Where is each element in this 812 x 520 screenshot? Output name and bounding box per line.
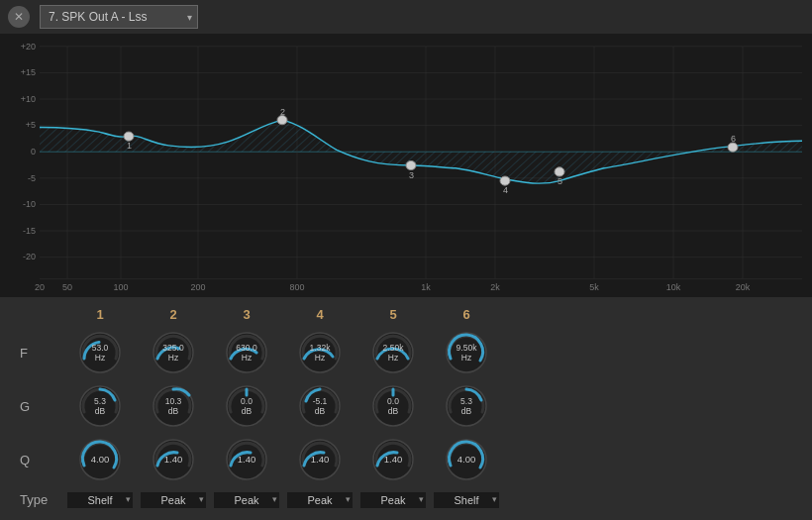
svg-text:1: 1: [127, 142, 132, 152]
svg-text:2.50k: 2.50k: [383, 343, 405, 353]
f-knob-6[interactable]: 9.50k Hz: [442, 328, 491, 377]
eq-node-1[interactable]: [124, 132, 134, 141]
svg-text:dB: dB: [388, 406, 399, 416]
svg-text:5k: 5k: [589, 282, 599, 292]
svg-text:800: 800: [290, 282, 305, 292]
type-select-6[interactable]: Shelf Peak HPF LPF: [434, 492, 499, 508]
type-select-wrapper-5[interactable]: Peak Shelf HPF LPF: [360, 490, 426, 508]
band-header-6: 6: [430, 307, 503, 322]
q-knob-cell-5: 1.40: [356, 435, 430, 484]
f-knob-2[interactable]: 325.0 Hz: [149, 328, 198, 377]
eq-graph-svg[interactable]: +20 +15 +10 +5 0 -5 -10 -15 -20 20 50 10…: [0, 34, 812, 297]
close-button[interactable]: ✕: [8, 6, 30, 28]
type-cell-5: Peak Shelf HPF LPF: [356, 490, 430, 508]
q-knob-4[interactable]: 1.40: [295, 435, 345, 484]
type-select-5[interactable]: Peak Shelf HPF LPF: [360, 492, 426, 508]
preset-dropdown-wrapper[interactable]: 7. SPK Out A - Lss ▾: [40, 5, 198, 29]
svg-text:-15: -15: [23, 226, 36, 236]
g-knob-cell-6: 5.3 dB: [430, 381, 503, 431]
q-knob-5[interactable]: 1.40: [368, 435, 418, 484]
svg-text:Hz: Hz: [315, 353, 325, 363]
svg-text:630.0: 630.0: [236, 343, 257, 353]
svg-text:-5.1: -5.1: [313, 396, 328, 406]
svg-text:2: 2: [280, 107, 285, 117]
svg-text:5: 5: [558, 177, 562, 187]
type-select-wrapper-6[interactable]: Shelf Peak HPF LPF: [434, 490, 499, 508]
svg-text:Hz: Hz: [461, 353, 471, 363]
type-select-wrapper-3[interactable]: Peak Shelf HPF LPF: [214, 490, 279, 508]
svg-text:1k: 1k: [421, 282, 431, 292]
q-knob-cell-1: 4.00: [63, 435, 137, 484]
svg-text:10.3: 10.3: [165, 396, 182, 406]
g-knob-cell-3: 0.0 dB: [210, 381, 283, 431]
svg-text:-10: -10: [23, 200, 36, 210]
type-cell-3: Peak Shelf HPF LPF: [210, 490, 283, 508]
q-knob-cell-3: 1.40: [210, 435, 283, 484]
svg-text:5.3: 5.3: [460, 396, 472, 406]
type-select-2[interactable]: Peak Shelf HPF LPF: [141, 492, 206, 508]
svg-text:+15: +15: [21, 68, 36, 78]
type-select-wrapper-4[interactable]: Peak Shelf HPF LPF: [287, 490, 353, 508]
f-knob-cell-3: 630.0 Hz: [210, 328, 283, 377]
band-header-3: 3: [210, 307, 283, 322]
f-knob-cell-4: 1.32k Hz: [283, 328, 356, 377]
q-knob-cell-2: 1.40: [137, 435, 210, 484]
eq-node-5[interactable]: [555, 167, 564, 176]
f-knob-4[interactable]: 1.32k Hz: [295, 328, 345, 377]
svg-text:+20: +20: [21, 42, 36, 52]
svg-text:50: 50: [62, 282, 72, 292]
svg-text:dB: dB: [95, 406, 106, 416]
eq-node-6[interactable]: [728, 143, 738, 152]
svg-text:Hz: Hz: [242, 353, 252, 363]
band-header-4: 4: [283, 307, 356, 322]
g-knob-6[interactable]: 5.3 dB: [442, 381, 491, 431]
svg-text:+10: +10: [21, 94, 36, 104]
type-select-1[interactable]: Shelf Peak HPF LPF: [67, 492, 133, 508]
type-select-4[interactable]: Peak Shelf HPF LPF: [287, 492, 353, 508]
q-label: Q: [16, 453, 63, 468]
controls-panel: 1 2 3 4 5 6 F 53.0 Hz: [0, 297, 812, 520]
svg-text:4: 4: [503, 186, 508, 196]
controls-rows: F 53.0 Hz: [16, 328, 796, 508]
svg-text:dB: dB: [461, 406, 472, 416]
eq-node-4[interactable]: [500, 176, 510, 185]
f-knob-5[interactable]: 2.50k Hz: [368, 328, 418, 377]
g-knob-5[interactable]: 0.0 dB: [368, 381, 418, 431]
q-knob-1[interactable]: 4.00: [75, 435, 125, 484]
svg-text:1.40: 1.40: [311, 454, 330, 465]
svg-text:5.3: 5.3: [94, 396, 106, 406]
type-select-wrapper-1[interactable]: Shelf Peak HPF LPF: [67, 490, 133, 508]
type-select-3[interactable]: Peak Shelf HPF LPF: [214, 492, 279, 508]
type-row: Type Shelf Peak HPF LPF Peak: [16, 490, 796, 508]
svg-text:0.0: 0.0: [387, 396, 399, 406]
g-knob-4[interactable]: -5.1 dB: [295, 381, 345, 431]
preset-dropdown[interactable]: 7. SPK Out A - Lss: [40, 5, 198, 29]
close-icon: ✕: [14, 10, 24, 24]
svg-text:6: 6: [731, 135, 736, 145]
eq-node-3[interactable]: [406, 160, 416, 169]
f-knob-1[interactable]: 53.0 Hz: [75, 328, 125, 377]
type-select-wrapper-2[interactable]: Peak Shelf HPF LPF: [141, 490, 206, 508]
g-label: G: [16, 399, 63, 414]
frequency-row: F 53.0 Hz: [16, 328, 796, 377]
title-bar: ✕ 7. SPK Out A - Lss ▾: [0, 0, 812, 34]
g-knob-3[interactable]: 0.0 dB: [222, 381, 271, 431]
q-row: Q 4.00: [16, 435, 796, 484]
q-knob-3[interactable]: 1.40: [222, 435, 271, 484]
q-knob-2[interactable]: 1.40: [149, 435, 198, 484]
type-cell-1: Shelf Peak HPF LPF: [63, 490, 137, 508]
eq-node-2[interactable]: [277, 116, 287, 125]
f-knob-3[interactable]: 630.0 Hz: [222, 328, 271, 377]
svg-text:1.40: 1.40: [384, 454, 403, 465]
type-cell-6: Shelf Peak HPF LPF: [430, 490, 503, 508]
g-knob-cell-2: 10.3 dB: [137, 381, 210, 431]
g-knob-1[interactable]: 5.3 dB: [75, 381, 125, 431]
q-knob-6[interactable]: 4.00: [442, 435, 491, 484]
g-knob-cell-1: 5.3 dB: [63, 381, 137, 431]
g-knob-2[interactable]: 10.3 dB: [149, 381, 198, 431]
svg-text:0: 0: [31, 147, 36, 156]
svg-text:Hz: Hz: [95, 353, 105, 363]
type-cell-4: Peak Shelf HPF LPF: [283, 490, 356, 508]
g-knob-cell-5: 0.0 dB: [356, 381, 430, 431]
band-headers: 1 2 3 4 5 6: [63, 307, 796, 322]
